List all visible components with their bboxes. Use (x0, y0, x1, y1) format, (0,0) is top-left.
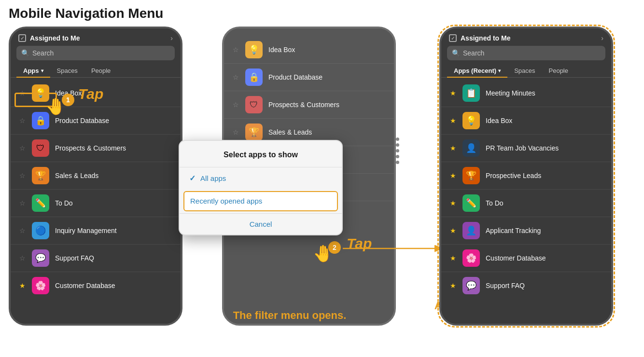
hand-cursor-1: 🤚 (45, 96, 66, 116)
page-title: Mobile Navigation Menu (9, 6, 163, 21)
star-icon[interactable]: ☆ (18, 254, 26, 262)
star-icon: ☆ (232, 101, 239, 109)
list-item[interactable]: ☆ ✏️ To Do (11, 190, 181, 217)
star-icon[interactable]: ★ (449, 227, 457, 234)
phone-right: ✓ Assigned to Me › 🔍 Search Apps (Recent… (439, 27, 613, 326)
star-icon: ☆ (232, 73, 239, 81)
app-icon-prospects: 🛡 (245, 96, 263, 113)
list-item: ☆ 🛡 Prospects & Customers (224, 91, 394, 119)
star-icon[interactable]: ☆ (18, 89, 26, 97)
app-icon-productdb: 🔒 (245, 69, 263, 86)
caption-mid: The filter menu opens. (208, 309, 372, 323)
apps-dropdown-arrow: ▾ (41, 68, 43, 73)
app-icon-ideabox: 💡 (245, 41, 263, 58)
star-icon-starred[interactable]: ★ (18, 282, 26, 289)
tab-apps-left[interactable]: Apps ▾ (16, 64, 50, 77)
hand-cursor-2: 🤚 (313, 244, 333, 263)
app-icon-applicant: 👤 (462, 222, 480, 239)
star-icon[interactable]: ☆ (18, 144, 26, 152)
app-name: Customer Database (486, 254, 546, 262)
left-search-bar[interactable]: 🔍 Search (16, 46, 175, 60)
star-icon[interactable]: ★ (449, 282, 457, 289)
app-name: Prospects & Customers (55, 144, 126, 152)
app-name: Sales & Leads (55, 172, 98, 179)
list-item[interactable]: ★ 👤 PR Team Job Vacancies (441, 135, 611, 162)
left-tab-bar: Apps ▾ Spaces People (11, 64, 181, 78)
app-name: Sales & Leads (268, 128, 312, 136)
list-item[interactable]: ★ 📋 Meeting Minutes (441, 80, 611, 107)
list-item[interactable]: ★ 🌸 Customer Database (441, 245, 611, 272)
phone-left: ✓ Assigned to Me › 🔍 Search Apps ▾ Space… (9, 27, 182, 326)
right-search-placeholder: Search (463, 49, 484, 57)
star-icon[interactable]: ★ (449, 89, 457, 97)
app-name: Product Database (268, 73, 322, 81)
app-icon-support-r: 💬 (462, 277, 480, 294)
star-icon[interactable]: ★ (449, 172, 457, 179)
app-icon-inquiry: 🔵 (32, 222, 49, 239)
app-icon-customer: 🌸 (32, 277, 49, 294)
all-apps-option[interactable]: ✓ All apps (180, 167, 342, 189)
list-item[interactable]: ☆ 🏆 Sales & Leads (11, 162, 181, 190)
tab-apps-recent[interactable]: Apps (Recent) ▾ (447, 64, 507, 77)
app-name: Prospective Leads (486, 172, 541, 179)
check-icon: ✓ (189, 174, 196, 183)
app-name: PR Team Job Vacancies (486, 144, 559, 152)
star-icon[interactable]: ☆ (18, 199, 26, 207)
search-icon: 🔍 (21, 49, 29, 57)
list-item[interactable]: ☆ 🔒 Product Database (11, 107, 181, 135)
app-name: To Do (486, 199, 504, 207)
app-name: Inquiry Management (55, 227, 117, 234)
list-item[interactable]: ☆ 🔵 Inquiry Management (11, 217, 181, 245)
app-name: Support FAQ (55, 254, 94, 262)
right-app-list: ★ 📋 Meeting Minutes ★ 💡 Idea Box ★ 👤 PR … (441, 80, 611, 324)
app-name: Support FAQ (486, 282, 525, 289)
star-icon[interactable]: ★ (449, 117, 457, 124)
app-icon-ideabox-r: 💡 (462, 112, 480, 129)
tab-people-right[interactable]: People (542, 64, 575, 77)
star-icon[interactable]: ★ (449, 199, 457, 207)
apps-recent-dropdown-arrow: ▾ (498, 68, 501, 73)
app-icon-prteam: 👤 (462, 139, 480, 157)
right-header-chevron: › (601, 34, 603, 42)
tab-people-left[interactable]: People (84, 64, 117, 77)
right-search-bar[interactable]: 🔍 Search (447, 46, 605, 60)
tab-spaces-left[interactable]: Spaces (50, 64, 84, 77)
modal-cancel[interactable]: Cancel (180, 213, 342, 234)
list-item[interactable]: ☆ 🛡 Prospects & Customers (11, 135, 181, 162)
app-icon-sales: 🏆 (32, 167, 49, 184)
recently-opened-label: Recently opened apps (190, 197, 262, 205)
star-icon[interactable]: ☆ (18, 227, 26, 234)
app-icon-todo-r: ✏️ (462, 194, 480, 212)
list-item[interactable]: ★ 🌸 Customer Database (11, 272, 181, 299)
list-item[interactable]: ★ 💡 Idea Box (441, 107, 611, 135)
app-icon-prospective: 🏆 (462, 167, 480, 184)
modal-title: Select apps to show (180, 151, 342, 159)
list-item[interactable]: ★ 🏆 Prospective Leads (441, 162, 611, 190)
star-icon[interactable]: ☆ (18, 117, 26, 124)
star-icon: ☆ (232, 46, 239, 54)
left-phone-header: ✓ Assigned to Me › (11, 28, 181, 46)
app-icon-prospects: 🛡 (32, 139, 49, 157)
all-apps-label: All apps (200, 174, 226, 182)
star-icon[interactable]: ☆ (18, 172, 26, 179)
app-name: Applicant Tracking (486, 227, 541, 234)
star-icon[interactable]: ★ (449, 254, 457, 262)
app-icon-meeting: 📋 (462, 84, 480, 102)
assigned-checkbox: ✓ (18, 34, 26, 42)
star-icon: ☆ (232, 128, 239, 136)
tab-spaces-right[interactable]: Spaces (507, 64, 542, 77)
star-icon[interactable]: ★ (449, 144, 457, 152)
dots-connector (396, 137, 399, 164)
right-phone-header: ✓ Assigned to Me › (441, 28, 611, 46)
select-apps-modal[interactable]: Select apps to show ✓ All apps Recently … (179, 140, 343, 235)
app-name: Customer Database (55, 282, 115, 289)
list-item[interactable]: ★ 💬 Support FAQ (441, 272, 611, 299)
list-item[interactable]: ★ ✏️ To Do (441, 190, 611, 217)
app-name: Meeting Minutes (486, 89, 535, 97)
list-item[interactable]: ★ 👤 Applicant Tracking (441, 217, 611, 245)
list-item[interactable]: ☆ 💬 Support FAQ (11, 245, 181, 272)
assigned-checkbox-right: ✓ (449, 34, 457, 42)
app-name: Idea Box (268, 46, 295, 54)
recently-opened-option[interactable]: Recently opened apps (183, 191, 338, 211)
left-app-list: ☆ 💡 Idea Box ☆ 🔒 Product Database ☆ 🛡 Pr… (11, 80, 181, 324)
